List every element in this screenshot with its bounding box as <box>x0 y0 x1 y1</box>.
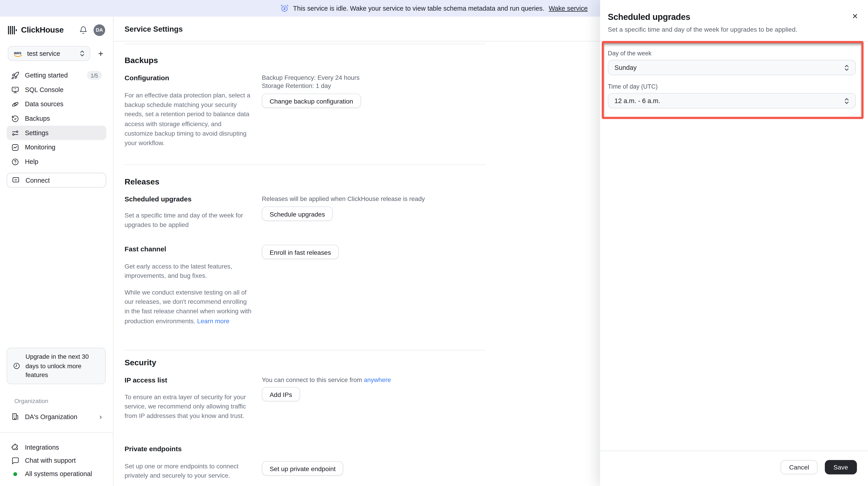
scheduled-upgrades-panel: Scheduled upgrades ✕ Set a specific time… <box>600 0 868 486</box>
avatar[interactable]: DA <box>94 24 105 36</box>
security-heading: Security <box>125 358 156 367</box>
backup-frequency: Backup Frequency: Every 24 hours <box>262 74 360 82</box>
sidebar-item-integrations[interactable]: Integrations <box>6 441 106 454</box>
scheduled-upgrades-description: Set a specific time and day of the week … <box>125 211 255 230</box>
time-of-day-label: Time of day (UTC) <box>608 83 658 90</box>
select-updown-icon <box>844 64 849 71</box>
select-updown-icon <box>844 97 849 104</box>
sidebar-item-label: Backups <box>25 115 50 122</box>
fast-channel-description-2: While we conduct extensive testing on al… <box>125 288 253 326</box>
day-of-week-select[interactable]: Sunday <box>608 60 856 75</box>
status-dot-icon <box>11 470 20 478</box>
sidebar-item-label: All systems operational <box>25 470 92 478</box>
bell-icon[interactable] <box>79 26 88 34</box>
idle-banner-text: This service is idle. Wake your service … <box>293 4 544 12</box>
anywhere-link[interactable]: anywhere <box>364 376 391 383</box>
clock-icon <box>12 362 21 370</box>
fast-channel-description-1: Get early access to the latest features,… <box>125 262 253 281</box>
help-icon <box>11 157 20 166</box>
setup-private-endpoint-button[interactable]: Set up private endpoint <box>262 461 343 476</box>
chart-icon <box>11 143 20 151</box>
section-divider <box>125 164 486 165</box>
connect-label: Connect <box>26 176 50 184</box>
puzzle-icon <box>11 443 20 451</box>
panel-header-divider <box>600 41 868 41</box>
sidebar-item-label: Monitoring <box>25 143 55 151</box>
select-updown-icon <box>80 50 85 57</box>
private-endpoints-description: Set up one or more endpoints to connect … <box>125 462 253 481</box>
sidebar-item-settings[interactable]: Settings <box>6 126 106 140</box>
backups-heading: Backups <box>125 56 158 65</box>
wake-service-link[interactable]: Wake service <box>549 4 588 12</box>
ip-access-description: To ensure an extra layer of security for… <box>125 392 253 421</box>
sidebar-item-label: Integrations <box>25 444 59 451</box>
brand-row: ClickHouse DA <box>8 23 105 37</box>
sidebar-item-label: Chat with support <box>25 457 76 464</box>
rocket-icon <box>11 71 20 80</box>
day-of-week-value: Sunday <box>614 64 637 71</box>
clickhouse-cloud-app: This service is idle. Wake your service … <box>0 0 868 486</box>
sidebar-footer: Integrations Chat with support All syste… <box>6 441 106 480</box>
sidebar-item-data-sources[interactable]: Data sources <box>6 97 106 112</box>
building-icon <box>11 412 20 421</box>
cancel-button[interactable]: Cancel <box>781 460 817 474</box>
section-divider <box>125 43 486 44</box>
console-icon <box>11 86 20 94</box>
aws-icon: aws <box>13 50 23 57</box>
upgrade-notice[interactable]: Upgrade in the next 30 days to unlock mo… <box>6 348 105 384</box>
storage-retention: Storage Retention: 1 day <box>262 82 360 90</box>
sidebar-item-getting-started[interactable]: Getting started 1/5 <box>6 68 106 83</box>
history-icon <box>11 114 20 123</box>
enroll-fast-releases-button[interactable]: Enroll in fast releases <box>262 245 339 259</box>
releases-meta: Releases will be applied when ClickHouse… <box>262 195 425 203</box>
backup-meta: Backup Frequency: Every 24 hours Storage… <box>262 74 360 90</box>
save-button[interactable]: Save <box>825 460 857 474</box>
page-title: Service Settings <box>125 25 183 33</box>
fast-channel-label: Fast channel <box>125 245 166 253</box>
sidebar: ClickHouse DA aws test service <box>0 17 114 486</box>
sidebar-item-sql-console[interactable]: SQL Console <box>6 83 106 97</box>
change-backup-configuration-button[interactable]: Change backup configuration <box>262 94 361 108</box>
clickhouse-logo-icon <box>8 25 17 35</box>
add-service-button[interactable]: + <box>95 48 106 59</box>
time-of-day-select[interactable]: 12 a.m. - 6 a.m. <box>608 93 856 109</box>
organization-name: DA's Organization <box>25 413 77 420</box>
progress-badge: 1/5 <box>87 71 102 80</box>
configuration-label: Configuration <box>125 74 169 82</box>
sidebar-item-backups[interactable]: Backups <box>6 111 106 126</box>
time-of-day-value: 12 a.m. - 6 a.m. <box>614 97 660 105</box>
day-of-week-label: Day of the week <box>608 50 651 56</box>
panel-footer: Cancel Save <box>600 451 868 486</box>
organization-switcher[interactable]: DA's Organization › <box>6 409 106 423</box>
panel-subtitle: Set a specific time and day of the week … <box>608 26 797 33</box>
chevron-right-icon: › <box>99 413 102 420</box>
sidebar-item-label: Getting started <box>25 71 68 79</box>
alarm-snooze-icon <box>280 4 289 12</box>
sidebar-item-chat-support[interactable]: Chat with support <box>6 454 106 467</box>
fast-channel-text: While we conduct extensive testing on al… <box>125 289 251 324</box>
schedule-upgrades-button[interactable]: Schedule upgrades <box>262 206 333 221</box>
scheduled-upgrades-label: Scheduled upgrades <box>125 195 191 203</box>
sidebar-item-label: Settings <box>25 129 49 137</box>
brand-name: ClickHouse <box>21 26 79 34</box>
section-divider <box>125 350 486 351</box>
learn-more-link[interactable]: Learn more <box>197 317 229 324</box>
ip-access-list-label: IP access list <box>125 376 167 384</box>
backups-description: For an effective data protection plan, s… <box>125 91 251 148</box>
private-endpoints-label: Private endpoints <box>125 445 182 453</box>
sidebar-item-label: Help <box>25 158 38 165</box>
service-selector[interactable]: aws test service <box>8 46 90 61</box>
panel-title: Scheduled upgrades <box>608 12 690 22</box>
orbit-icon <box>11 100 20 108</box>
sidebar-item-system-status[interactable]: All systems operational <box>6 467 106 481</box>
ip-meta-text: You can connect to this service from <box>262 376 364 383</box>
sidebar-item-help[interactable]: Help <box>6 154 106 169</box>
ip-access-meta: You can connect to this service from any… <box>262 376 391 384</box>
connect-button[interactable]: Connect <box>6 173 106 188</box>
close-icon[interactable]: ✕ <box>852 13 858 20</box>
sidebar-item-label: Data sources <box>25 100 63 108</box>
sidebar-item-monitoring[interactable]: Monitoring <box>6 140 106 155</box>
add-ips-button[interactable]: Add IPs <box>262 387 300 401</box>
service-name: test service <box>27 50 76 57</box>
sidebar-divider <box>0 432 113 433</box>
